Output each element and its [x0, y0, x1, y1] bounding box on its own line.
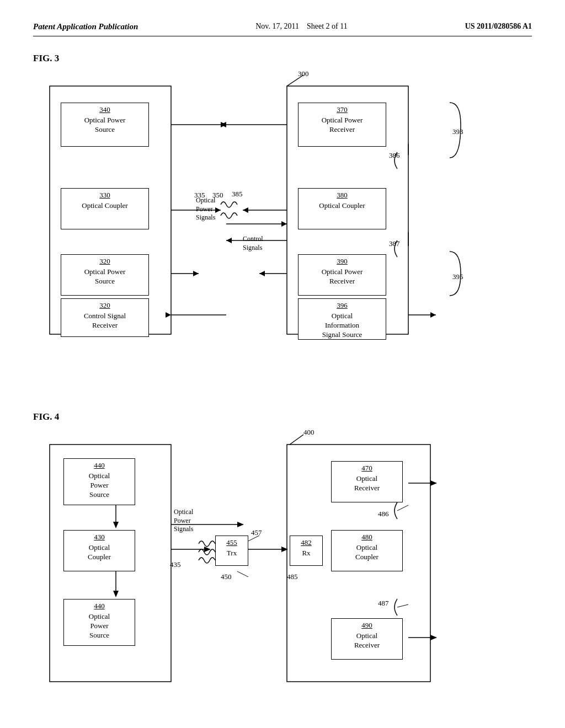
fig3-diagram: 300 340 Optical Power Source 330 Optical…: [33, 69, 532, 378]
header-publication-label: Patent Application Publication: [33, 22, 138, 31]
ref-486: 486: [378, 510, 389, 518]
box-390: 390 Optical Power Receiver: [298, 254, 386, 296]
optical-power-signals-label-fig4: OpticalPowerSignals: [174, 508, 193, 534]
box-396: 396 Optical Information Signal Source: [298, 298, 386, 340]
svg-marker-37: [237, 522, 244, 527]
header-patent-number: US 2011/0280586 A1: [465, 22, 532, 31]
box-340: 340 Optical Power Source: [61, 103, 149, 147]
svg-marker-5: [221, 122, 226, 127]
svg-marker-11: [215, 207, 221, 213]
svg-line-42: [397, 505, 408, 511]
svg-marker-41: [430, 635, 437, 640]
ref-385: 385: [232, 190, 243, 199]
box-470: 470 Optical Receiver: [331, 461, 403, 502]
box-430: 430 Optical Coupler: [63, 530, 135, 571]
box-455: 455 Trx: [215, 536, 248, 566]
box-320-power: 320 Optical Power Source: [61, 254, 149, 296]
box-440-top: 440 Optical Power Source: [63, 458, 135, 505]
ref-386: 386: [389, 151, 400, 160]
ref-300: 300: [298, 69, 309, 78]
fig4-label: FIG. 4: [33, 411, 532, 422]
svg-marker-21: [430, 312, 436, 318]
svg-marker-19: [166, 312, 171, 318]
svg-marker-17: [259, 271, 265, 276]
ref-435: 435: [170, 560, 181, 569]
svg-line-27: [290, 435, 303, 445]
ref-485: 485: [287, 572, 298, 581]
ref-487: 487: [378, 599, 389, 608]
box-320-control: 320 Control Signal Receiver: [61, 298, 149, 337]
box-330: 330 Optical Coupler: [61, 188, 149, 229]
ref-450: 450: [221, 572, 232, 581]
ref-400: 400: [303, 428, 315, 437]
svg-marker-9: [226, 238, 232, 243]
svg-marker-29: [113, 522, 119, 528]
box-482: 482 Rx: [290, 536, 323, 566]
header-date-sheet: Nov. 17, 2011 Sheet 2 of 11: [255, 22, 347, 31]
box-480: 480 Optical Coupler: [331, 530, 403, 571]
svg-marker-15: [193, 271, 199, 276]
svg-line-45: [237, 571, 248, 577]
box-440-bot: 440 Optical Power Source: [63, 599, 135, 646]
box-380: 380 Optical Coupler: [298, 188, 386, 229]
page: Patent Application Publication Nov. 17, …: [0, 0, 565, 728]
svg-marker-13: [243, 207, 248, 213]
ref-393: 393: [452, 127, 463, 136]
svg-marker-7: [281, 221, 287, 227]
svg-marker-31: [113, 591, 119, 597]
svg-marker-33: [204, 547, 211, 552]
svg-marker-35: [281, 547, 288, 552]
box-490: 490 Optical Receiver: [331, 618, 403, 660]
svg-marker-3: [221, 122, 226, 127]
ref-387: 387: [389, 239, 400, 248]
fig4-diagram: 400 440 Optical Power Source 430 Optical…: [33, 428, 532, 728]
header: Patent Application Publication Nov. 17, …: [33, 22, 532, 36]
ref-395: 395: [452, 272, 463, 281]
ref-457: 457: [251, 528, 262, 537]
svg-line-43: [397, 604, 408, 607]
svg-marker-39: [430, 480, 437, 486]
fig3-label: FIG. 3: [33, 53, 532, 64]
control-signals-label: ControlSignals: [243, 235, 263, 252]
box-370: 370 Optical Power Receiver: [298, 103, 386, 147]
optical-power-signals-label: OpticalPowerSignals: [196, 196, 215, 222]
